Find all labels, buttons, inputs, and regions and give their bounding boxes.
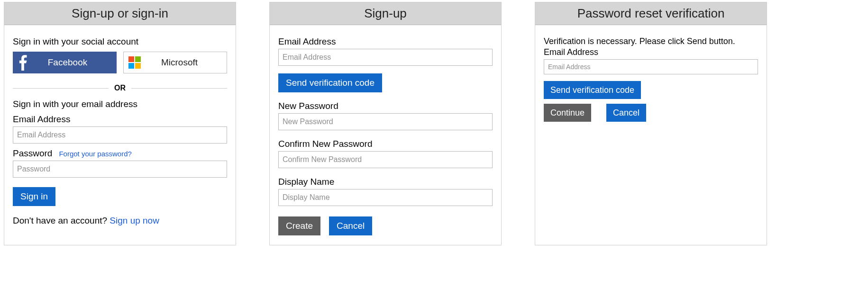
social-section-label: Sign in with your social account xyxy=(13,36,227,47)
facebook-button-label: Facebook xyxy=(32,57,116,68)
email-label-text: Email Address xyxy=(13,114,70,125)
reset-send-verification-button[interactable]: Send verification code xyxy=(544,81,641,99)
password-label: Password xyxy=(13,148,52,159)
panel-signup: Sign-up Email Address Send verification … xyxy=(269,2,502,245)
email-input[interactable] xyxy=(13,126,227,144)
email-section-label: Sign in with your email address xyxy=(13,99,227,109)
create-button[interactable]: Create xyxy=(278,216,320,235)
new-password-label: New Password xyxy=(278,101,493,111)
no-account-prefix: Don't have an account? xyxy=(13,216,110,225)
reset-email-input[interactable] xyxy=(544,59,758,74)
svg-rect-2 xyxy=(128,63,134,69)
email-label: Email Address xyxy=(13,114,227,125)
forgot-password-link[interactable]: Forgot your password? xyxy=(59,150,131,158)
password-input[interactable] xyxy=(13,161,227,178)
reset-email-label: Email Address xyxy=(544,47,758,57)
or-text: OR xyxy=(114,84,126,92)
new-password-input[interactable] xyxy=(278,113,493,130)
display-name-label: Display Name xyxy=(278,177,493,187)
signup-email-input[interactable] xyxy=(278,49,493,66)
no-account-text: Don't have an account? Sign up now xyxy=(13,216,227,226)
password-label-row: Password Forgot your password? xyxy=(13,148,227,159)
signup-now-link[interactable]: Sign up now xyxy=(110,216,159,225)
signin-button[interactable]: Sign in xyxy=(13,187,55,206)
reset-cancel-button[interactable]: Cancel xyxy=(606,104,646,122)
reset-instruction: Verification is necessary. Please click … xyxy=(544,36,758,46)
continue-button[interactable]: Continue xyxy=(544,104,591,122)
confirm-password-label: Confirm New Password xyxy=(278,139,493,149)
microsoft-icon xyxy=(124,56,146,69)
svg-rect-0 xyxy=(128,56,134,62)
panel-reset: Password reset verification Verification… xyxy=(535,2,767,245)
svg-rect-3 xyxy=(135,63,141,69)
confirm-password-input[interactable] xyxy=(278,151,493,168)
panel-title-signin: Sign-up or sign-in xyxy=(4,2,236,25)
panel-title-signup: Sign-up xyxy=(270,2,501,25)
display-name-input[interactable] xyxy=(278,189,493,206)
facebook-button[interactable]: Facebook xyxy=(13,52,117,73)
or-divider: OR xyxy=(13,84,227,92)
signup-cancel-button[interactable]: Cancel xyxy=(329,216,372,235)
panel-signin: Sign-up or sign-in Sign in with your soc… xyxy=(4,2,236,245)
microsoft-button[interactable]: Microsoft xyxy=(123,52,227,73)
send-verification-button[interactable]: Send verification code xyxy=(278,73,382,92)
panel-title-reset: Password reset verification xyxy=(535,2,767,25)
facebook-icon xyxy=(13,54,32,71)
signup-email-label: Email Address xyxy=(278,36,493,47)
svg-rect-1 xyxy=(135,56,141,62)
microsoft-button-label: Microsoft xyxy=(146,57,227,68)
